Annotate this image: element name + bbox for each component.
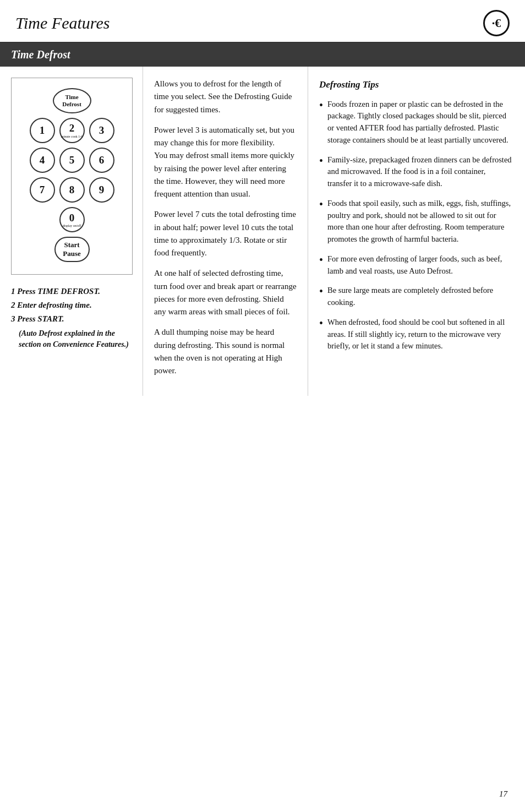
tip-5: • Be sure large meats are completely def…	[319, 285, 512, 309]
key-8-label: 8	[69, 184, 75, 196]
header-icon-symbol: ·€	[492, 16, 501, 30]
keypad-row-456: 4 5 6	[30, 148, 114, 173]
step-1: 1 Press TIME DEFROST.	[11, 287, 133, 296]
key-1-label: 1	[40, 124, 45, 137]
keypad-row-top: Time Defrost	[53, 88, 91, 113]
page-number: 17	[499, 789, 507, 799]
left-column: Time Defrost 1 2 minute cook 1-6 3	[0, 67, 143, 396]
keypad-row-start: Start Pause	[54, 237, 90, 262]
mid-para-3: Power level 7 cuts the total defrosting …	[154, 208, 297, 259]
section-title: Time Defrost	[11, 48, 70, 61]
keypad-row-0: 0 display on/off	[59, 207, 85, 232]
page-header: Time Features ·€	[0, 0, 525, 43]
key-8[interactable]: 8	[59, 177, 85, 203]
key-7-label: 7	[40, 184, 45, 196]
middle-column: Allows you to defrost for the length of …	[143, 67, 308, 396]
bullet-4: •	[319, 253, 323, 266]
time-defrost-label-line1: Time	[65, 94, 78, 101]
mid-para-1: Allows you to defrost for the length of …	[154, 78, 297, 116]
key-5-label: 5	[69, 154, 75, 166]
key-3-label: 3	[99, 124, 105, 137]
step-note: (Auto Defrost explained in the section o…	[11, 328, 133, 350]
tip-3-text: Foods that spoil easily, such as milk, e…	[327, 198, 512, 246]
step-2-text: Enter defrosting time.	[17, 301, 91, 309]
key-4[interactable]: 4	[30, 148, 55, 173]
tip-2: • Family-size, prepackaged frozen dinner…	[319, 154, 512, 190]
key-0-label: 0	[69, 212, 75, 224]
steps-list: 1 Press TIME DEFROST. 2 Enter defrosting…	[11, 287, 133, 324]
key-2-sublabel: minute cook 1-6	[61, 135, 83, 139]
tips-list: • Foods frozen in paper or plastic can b…	[319, 99, 512, 353]
pause-label: Pause	[63, 249, 81, 258]
keypad-diagram: Time Defrost 1 2 minute cook 1-6 3	[11, 78, 133, 275]
key-9-label: 9	[99, 184, 105, 196]
key-5[interactable]: 5	[59, 148, 85, 173]
page-title: Time Features	[15, 14, 110, 32]
start-label: Start	[64, 241, 79, 249]
tip-6-text: When defrosted, food should be cool but …	[327, 317, 512, 352]
key-9[interactable]: 9	[89, 177, 114, 203]
bullet-1: •	[319, 99, 323, 112]
keypad-row-789: 7 8 9	[30, 177, 114, 203]
tip-5-text: Be sure large meats are completely defro…	[327, 285, 512, 309]
step-1-number: 1	[11, 287, 17, 296]
key-4-label: 4	[40, 154, 45, 166]
key-3[interactable]: 3	[89, 118, 114, 143]
key-2[interactable]: 2 minute cook 1-6	[59, 118, 85, 143]
tip-3: • Foods that spoil easily, such as milk,…	[319, 198, 512, 246]
bullet-6: •	[319, 317, 323, 330]
step-3: 3 Press START.	[11, 314, 133, 324]
tip-1-text: Foods frozen in paper or plastic can be …	[327, 99, 512, 146]
key-7[interactable]: 7	[30, 177, 55, 203]
step-3-text: Press START.	[17, 314, 64, 323]
tip-2-text: Family-size, prepackaged frozen dinners …	[327, 154, 512, 190]
keypad-row-123: 1 2 minute cook 1-6 3	[30, 118, 114, 143]
right-column: Defrosting Tips • Foods frozen in paper …	[308, 67, 525, 396]
step-1-text: Press TIME DEFROST.	[17, 287, 100, 296]
key-6-label: 6	[99, 154, 105, 166]
bullet-5: •	[319, 285, 323, 298]
section-header: Time Defrost	[0, 43, 525, 67]
tip-4-text: For more even defrosting of larger foods…	[327, 253, 512, 277]
key-6[interactable]: 6	[89, 148, 114, 173]
bullet-3: •	[319, 198, 323, 211]
bullet-2: •	[319, 154, 323, 167]
tip-1: • Foods frozen in paper or plastic can b…	[319, 99, 512, 146]
main-content: Time Defrost 1 2 minute cook 1-6 3	[0, 67, 525, 396]
time-defrost-key[interactable]: Time Defrost	[53, 88, 91, 113]
mid-para-5: A dull thumping noise may be heard durin…	[154, 326, 297, 377]
key-2-label: 2	[69, 122, 75, 134]
step-2-number: 2	[11, 301, 17, 309]
key-1[interactable]: 1	[30, 118, 55, 143]
header-icon: ·€	[483, 10, 510, 36]
key-0[interactable]: 0 display on/off	[59, 207, 85, 232]
mid-para-4: At one half of selected defrosting time,…	[154, 267, 297, 318]
key-0-sublabel: display on/off	[63, 224, 81, 227]
mid-para-2: Power level 3 is automatically set, but …	[154, 124, 297, 201]
time-defrost-label-line2: Defrost	[62, 101, 81, 108]
defrost-tips-title: Defrosting Tips	[319, 78, 512, 92]
step-3-number: 3	[11, 314, 17, 323]
tip-6: • When defrosted, food should be cool bu…	[319, 317, 512, 352]
start-pause-key[interactable]: Start Pause	[54, 237, 90, 262]
tip-4: • For more even defrosting of larger foo…	[319, 253, 512, 277]
step-2: 2 Enter defrosting time.	[11, 301, 133, 310]
